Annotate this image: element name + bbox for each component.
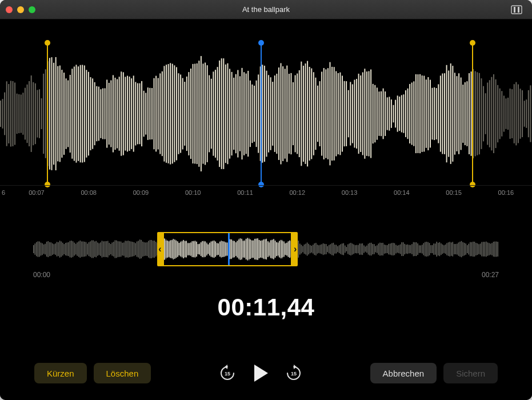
skip-back-15-button[interactable]: 15 [219,365,236,382]
waveform-main[interactable]: 600:0700:0800:0900:1000:1100:1200:1300:1… [0,42,532,208]
play-button[interactable] [252,363,269,383]
ruler-tick: 00:11 [237,189,253,196]
skip-back-icon: 15 [219,365,236,382]
svg-rect-1 [514,7,515,13]
crop-icon [511,5,522,14]
save-button[interactable]: Sichern [443,363,498,383]
cancel-button[interactable]: Abbrechen [370,363,437,383]
window-title: At the ballpark [242,5,290,14]
svg-rect-0 [511,6,522,14]
overview-playhead[interactable] [228,233,230,265]
close-window-button[interactable] [6,6,13,13]
ruler-tick: 00:07 [29,189,45,196]
trim-mode-button[interactable] [507,3,526,16]
ruler-tick: 00:14 [394,189,410,196]
waveform-canvas [0,42,532,185]
titlebar: At the ballpark [0,0,532,19]
waveform-overview[interactable] [33,232,499,266]
trim-start-handle[interactable] [47,42,48,185]
app-window: At the ballpark 600:0700:0800:0900:1000:… [0,0,532,400]
svg-marker-3 [225,365,227,369]
bottom-toolbar: Kürzen Löschen 15 [0,354,532,400]
svg-text:15: 15 [291,371,297,377]
svg-text:15: 15 [225,371,230,377]
window-controls [6,6,35,13]
overview-times: 00:00 00:27 [33,271,499,279]
playhead[interactable] [261,42,262,185]
trim-button[interactable]: Kürzen [34,363,87,383]
play-icon [252,363,269,383]
minimize-window-button[interactable] [17,6,24,13]
overview-end-time: 00:27 [482,271,499,279]
time-ruler: 600:0700:0800:0900:1000:1100:1200:1300:1… [0,185,532,208]
svg-rect-2 [518,7,519,13]
zoom-window-button[interactable] [29,6,35,13]
ruler-tick: 00:10 [185,189,201,196]
svg-marker-6 [294,365,297,369]
ruler-tick: 00:12 [289,189,305,196]
ruler-tick: 00:16 [498,189,514,196]
editor-content: 600:0700:0800:0900:1000:1100:1200:1300:1… [0,19,532,400]
trim-end-handle[interactable] [472,42,473,185]
ruler-tick: 00:15 [446,189,462,196]
overview-start-time: 00:00 [33,271,50,279]
skip-forward-icon: 15 [285,365,302,382]
delete-button[interactable]: Löschen [94,363,151,383]
ruler-tick: 00:08 [81,189,97,196]
ruler-tick: 00:13 [342,189,358,196]
skip-forward-15-button[interactable]: 15 [285,365,302,382]
svg-marker-5 [254,365,268,382]
transport-controls: 15 15 [219,363,302,383]
ruler-tick: 6 [2,189,5,196]
current-time-display: 00:11,44 [0,294,532,321]
ruler-tick: 00:09 [133,189,149,196]
